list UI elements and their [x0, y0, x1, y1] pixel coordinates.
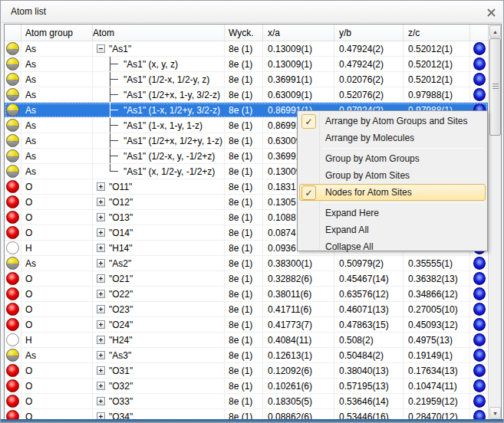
atom-group-icon-cell [5, 409, 21, 420]
column-header-wyck[interactable]: Wyck. [225, 25, 263, 41]
o-sphere-icon [6, 303, 19, 316]
close-button[interactable] [484, 5, 498, 19]
column-header-atom-group[interactable]: Atom group [21, 25, 93, 41]
yb-value: 0.52076(2) [334, 87, 404, 102]
table-row[interactable]: As"As1"8e (1)0.13009(1)0.47924(2)0.52012… [5, 41, 488, 57]
table-row[interactable]: As"As1" (1/2-x, 1/2-y, z)8e (1)0.36991(1… [5, 72, 488, 87]
atom-label: "O24" [109, 320, 133, 330]
xa-value: 0.36991(1) [263, 72, 334, 87]
vertical-scrollbar[interactable]: ▲ ▼ [488, 25, 501, 420]
atom-label: "O33" [109, 396, 133, 407]
expand-toggle-icon[interactable] [97, 213, 105, 221]
atom-cell: "As1" (1/2+x, 1/2+y, 1-z) [93, 133, 225, 148]
atom-cell: "As1" (1-x, 1/2+y, 3/2-z) [93, 103, 225, 117]
o-sphere-icon [6, 226, 19, 239]
column-header-y-b[interactable]: y/b [334, 25, 404, 41]
column-header-atom[interactable]: Atom [93, 25, 225, 41]
atom-label: "As3" [109, 350, 131, 361]
scrollbar-down-button[interactable]: ▼ [489, 407, 501, 419]
window-title: Atom list [11, 6, 46, 17]
table-row[interactable]: O"O24"8e (1)0.41773(7)0.47863(15)0.45093… [5, 317, 488, 333]
table-row[interactable]: As"As1" (1/2+x, 1-y, 3/2-z)8e (1)0.63009… [5, 87, 488, 103]
wyckoff-value: 8e (1) [225, 103, 263, 117]
tree-branch-connector [110, 140, 118, 141]
atom-group-icon-cell [5, 195, 21, 209]
expand-toggle-icon[interactable] [97, 228, 105, 237]
expand-toggle-icon[interactable] [97, 366, 105, 375]
xa-value: 0.41711(6) [263, 302, 334, 316]
column-header-blank[interactable] [5, 25, 21, 41]
expand-toggle-icon[interactable] [97, 351, 105, 359]
menu-item-group-by-atom-groups[interactable]: Group by Atom Groups [299, 150, 486, 167]
collapse-toggle-icon[interactable] [97, 44, 105, 53]
zc-value: 0.10474(11) [404, 379, 470, 393]
atom-group-icon-cell [5, 210, 21, 225]
table-row[interactable]: O"O31"8e (1)0.12092(6)0.38040(13)0.17634… [5, 363, 488, 379]
table-row[interactable]: O"O22"8e (1)0.38011(6)0.63576(12)0.34866… [5, 287, 488, 302]
table-row[interactable]: O"O21"8e (1)0.32882(6)0.45467(14)0.36382… [5, 271, 488, 287]
column-header-blank[interactable] [470, 25, 488, 41]
expand-toggle-icon[interactable] [97, 290, 105, 298]
table-row[interactable]: O"O23"8e (1)0.41711(6)0.46071(13)0.27005… [5, 302, 488, 317]
wyckoff-value: 8e (1) [225, 333, 263, 347]
wyckoff-value: 8e (1) [225, 348, 263, 362]
atom-cell: "As1" (1/2-x, y, -1/2+z) [93, 149, 225, 163]
site-sphere-icon [473, 257, 486, 270]
wyckoff-value: 8e (1) [225, 179, 263, 194]
table-row[interactable]: As"As1" (x, y, z)8e (1)0.13009(1)0.47924… [5, 57, 488, 72]
table-row[interactable]: As"As2"8e (1)0.38300(1)0.50979(2)0.35555… [5, 256, 488, 271]
menu-item-nodes-for-atom-sites[interactable]: ✓Nodes for Atom Sites [299, 184, 486, 201]
expand-toggle-icon[interactable] [97, 198, 105, 206]
expand-toggle-icon[interactable] [97, 382, 105, 390]
atom-label: "O22" [109, 289, 133, 300]
atom-group-label: As [21, 87, 93, 102]
scrollbar-up-button[interactable]: ▲ [489, 25, 501, 38]
zc-value: 0.19149(1) [404, 348, 470, 362]
expand-toggle-icon[interactable] [97, 274, 105, 283]
table-row[interactable]: O"O33"8e (1)0.18305(5)0.53646(14)0.21959… [5, 394, 488, 409]
xa-value: 0.4084(11) [263, 333, 334, 347]
menu-item-label: Expand Here [325, 208, 379, 218]
column-header-z-c[interactable]: z/c [404, 25, 470, 41]
menu-item-collapse-all[interactable]: Collapse All [299, 238, 486, 255]
atom-group-label: As [21, 149, 93, 163]
table-row[interactable]: As"As3"8e (1)0.12613(1)0.50484(2)0.19149… [5, 348, 488, 363]
as-sphere-icon [6, 103, 19, 116]
atom-group-icon-cell [5, 379, 21, 393]
wyckoff-value: 8e (1) [225, 87, 263, 102]
atom-label: "As1" [109, 44, 131, 54]
wyckoff-value: 8e (1) [225, 363, 263, 378]
atom-cell: "As1" (1/2+x, 1-y, 3/2-z) [93, 87, 225, 102]
atom-site-label: "As1" (1/2-x, 1/2-y, z) [124, 74, 209, 85]
menu-item-arrange-by-atom-groups-and-sites[interactable]: ✓Arrange by Atom Groups and Sites [299, 113, 486, 130]
menu-separator [322, 202, 484, 203]
zc-value: 0.35555(1) [404, 256, 470, 271]
expand-toggle-icon[interactable] [97, 259, 105, 267]
context-menu: ✓Arrange by Atom Groups and SitesArrange… [297, 110, 488, 251]
scrollbar-thumb[interactable] [489, 38, 501, 136]
wyckoff-value: 8e (1) [225, 302, 263, 316]
table-row[interactable]: H"H24"8e (1)0.4084(11)0.508(2)0.4975(13) [5, 333, 488, 348]
atom-cell: "O34" [93, 409, 225, 420]
table-row[interactable]: O"O32"8e (1)0.10261(6)0.57195(13)0.10474… [5, 379, 488, 394]
expand-toggle-icon[interactable] [97, 397, 105, 405]
atom-group-icon-cell [5, 333, 21, 347]
atom-cell: "H14" [93, 241, 225, 255]
atom-list-window: Atom list Atom groupAtomWyck.x/ay/bz/c A… [0, 0, 504, 423]
menu-item-expand-here[interactable]: Expand Here [299, 205, 486, 221]
expand-toggle-icon[interactable] [97, 305, 105, 313]
yb-value: 0.53646(14) [334, 394, 404, 408]
column-header-x-a[interactable]: x/a [263, 25, 334, 41]
menu-item-expand-all[interactable]: Expand All [299, 221, 486, 238]
menu-item-group-by-atom-sites[interactable]: Group by Atom Sites [299, 167, 486, 184]
expand-toggle-icon[interactable] [97, 182, 105, 191]
yb-value: 0.53446(16) [334, 409, 404, 420]
expand-toggle-icon[interactable] [97, 320, 105, 329]
xa-value: 0.38011(6) [263, 287, 334, 301]
table-row[interactable]: O"O34"8e (1)0.08862(6)0.53446(16)0.28470… [5, 409, 488, 420]
as-sphere-icon [6, 257, 19, 270]
menu-item-arrange-by-molecules[interactable]: Arrange by Molecules [299, 130, 486, 146]
expand-toggle-icon[interactable] [97, 336, 105, 344]
expand-toggle-icon[interactable] [97, 244, 105, 252]
yb-value: 0.63576(12) [334, 287, 404, 301]
